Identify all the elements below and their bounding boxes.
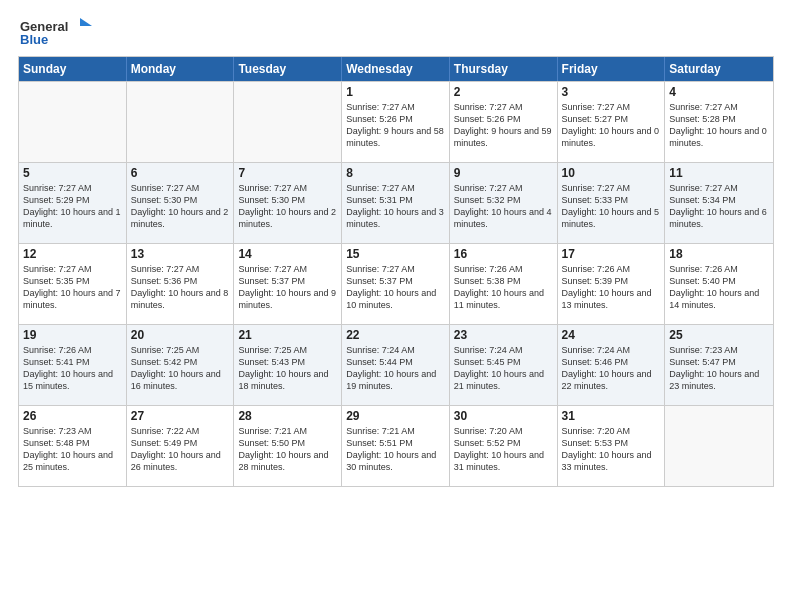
calendar-day-9: 9Sunrise: 7:27 AM Sunset: 5:32 PM Daylig… [450, 163, 558, 243]
calendar-week-3: 12Sunrise: 7:27 AM Sunset: 5:35 PM Dayli… [19, 243, 773, 324]
date-number: 17 [562, 247, 661, 261]
day-info: Sunrise: 7:21 AM Sunset: 5:51 PM Dayligh… [346, 425, 445, 474]
day-info: Sunrise: 7:27 AM Sunset: 5:37 PM Dayligh… [238, 263, 337, 312]
calendar-day-14: 14Sunrise: 7:27 AM Sunset: 5:37 PM Dayli… [234, 244, 342, 324]
day-info: Sunrise: 7:26 AM Sunset: 5:40 PM Dayligh… [669, 263, 769, 312]
day-info: Sunrise: 7:23 AM Sunset: 5:48 PM Dayligh… [23, 425, 122, 474]
calendar-day-26: 26Sunrise: 7:23 AM Sunset: 5:48 PM Dayli… [19, 406, 127, 486]
day-info: Sunrise: 7:27 AM Sunset: 5:37 PM Dayligh… [346, 263, 445, 312]
day-info: Sunrise: 7:27 AM Sunset: 5:30 PM Dayligh… [131, 182, 230, 231]
date-number: 7 [238, 166, 337, 180]
date-number: 26 [23, 409, 122, 423]
calendar-day-18: 18Sunrise: 7:26 AM Sunset: 5:40 PM Dayli… [665, 244, 773, 324]
calendar-day-13: 13Sunrise: 7:27 AM Sunset: 5:36 PM Dayli… [127, 244, 235, 324]
day-info: Sunrise: 7:27 AM Sunset: 5:26 PM Dayligh… [454, 101, 553, 150]
calendar-day-27: 27Sunrise: 7:22 AM Sunset: 5:49 PM Dayli… [127, 406, 235, 486]
date-number: 5 [23, 166, 122, 180]
date-number: 3 [562, 85, 661, 99]
calendar-empty-cell [234, 82, 342, 162]
day-header-tuesday: Tuesday [234, 57, 342, 81]
date-number: 31 [562, 409, 661, 423]
calendar-day-4: 4Sunrise: 7:27 AM Sunset: 5:28 PM Daylig… [665, 82, 773, 162]
day-header-thursday: Thursday [450, 57, 558, 81]
calendar-day-22: 22Sunrise: 7:24 AM Sunset: 5:44 PM Dayli… [342, 325, 450, 405]
calendar-week-4: 19Sunrise: 7:26 AM Sunset: 5:41 PM Dayli… [19, 324, 773, 405]
date-number: 28 [238, 409, 337, 423]
date-number: 11 [669, 166, 769, 180]
date-number: 18 [669, 247, 769, 261]
calendar-empty-cell [127, 82, 235, 162]
date-number: 2 [454, 85, 553, 99]
calendar-day-31: 31Sunrise: 7:20 AM Sunset: 5:53 PM Dayli… [558, 406, 666, 486]
day-info: Sunrise: 7:24 AM Sunset: 5:46 PM Dayligh… [562, 344, 661, 393]
day-info: Sunrise: 7:20 AM Sunset: 5:52 PM Dayligh… [454, 425, 553, 474]
day-info: Sunrise: 7:27 AM Sunset: 5:36 PM Dayligh… [131, 263, 230, 312]
date-number: 29 [346, 409, 445, 423]
calendar-week-5: 26Sunrise: 7:23 AM Sunset: 5:48 PM Dayli… [19, 405, 773, 486]
date-number: 22 [346, 328, 445, 342]
day-info: Sunrise: 7:27 AM Sunset: 5:35 PM Dayligh… [23, 263, 122, 312]
date-number: 1 [346, 85, 445, 99]
day-info: Sunrise: 7:24 AM Sunset: 5:45 PM Dayligh… [454, 344, 553, 393]
page-header: General Blue [10, 10, 782, 52]
date-number: 30 [454, 409, 553, 423]
calendar-day-21: 21Sunrise: 7:25 AM Sunset: 5:43 PM Dayli… [234, 325, 342, 405]
date-number: 19 [23, 328, 122, 342]
day-info: Sunrise: 7:26 AM Sunset: 5:38 PM Dayligh… [454, 263, 553, 312]
calendar-day-24: 24Sunrise: 7:24 AM Sunset: 5:46 PM Dayli… [558, 325, 666, 405]
date-number: 21 [238, 328, 337, 342]
calendar-day-30: 30Sunrise: 7:20 AM Sunset: 5:52 PM Dayli… [450, 406, 558, 486]
date-number: 6 [131, 166, 230, 180]
date-number: 4 [669, 85, 769, 99]
logo-icon: General Blue [20, 18, 95, 48]
day-info: Sunrise: 7:27 AM Sunset: 5:27 PM Dayligh… [562, 101, 661, 150]
day-info: Sunrise: 7:27 AM Sunset: 5:30 PM Dayligh… [238, 182, 337, 231]
calendar-day-10: 10Sunrise: 7:27 AM Sunset: 5:33 PM Dayli… [558, 163, 666, 243]
date-number: 16 [454, 247, 553, 261]
calendar-day-11: 11Sunrise: 7:27 AM Sunset: 5:34 PM Dayli… [665, 163, 773, 243]
day-info: Sunrise: 7:26 AM Sunset: 5:39 PM Dayligh… [562, 263, 661, 312]
day-info: Sunrise: 7:25 AM Sunset: 5:42 PM Dayligh… [131, 344, 230, 393]
date-number: 9 [454, 166, 553, 180]
calendar-week-1: 1Sunrise: 7:27 AM Sunset: 5:26 PM Daylig… [19, 81, 773, 162]
day-header-monday: Monday [127, 57, 235, 81]
calendar-empty-cell [665, 406, 773, 486]
day-info: Sunrise: 7:27 AM Sunset: 5:34 PM Dayligh… [669, 182, 769, 231]
date-number: 27 [131, 409, 230, 423]
day-info: Sunrise: 7:25 AM Sunset: 5:43 PM Dayligh… [238, 344, 337, 393]
calendar-header: SundayMondayTuesdayWednesdayThursdayFrid… [19, 57, 773, 81]
day-info: Sunrise: 7:27 AM Sunset: 5:32 PM Dayligh… [454, 182, 553, 231]
date-number: 25 [669, 328, 769, 342]
day-header-friday: Friday [558, 57, 666, 81]
calendar-day-15: 15Sunrise: 7:27 AM Sunset: 5:37 PM Dayli… [342, 244, 450, 324]
date-number: 20 [131, 328, 230, 342]
calendar-day-5: 5Sunrise: 7:27 AM Sunset: 5:29 PM Daylig… [19, 163, 127, 243]
day-header-wednesday: Wednesday [342, 57, 450, 81]
date-number: 15 [346, 247, 445, 261]
calendar-day-6: 6Sunrise: 7:27 AM Sunset: 5:30 PM Daylig… [127, 163, 235, 243]
calendar-day-17: 17Sunrise: 7:26 AM Sunset: 5:39 PM Dayli… [558, 244, 666, 324]
day-info: Sunrise: 7:27 AM Sunset: 5:26 PM Dayligh… [346, 101, 445, 150]
day-info: Sunrise: 7:20 AM Sunset: 5:53 PM Dayligh… [562, 425, 661, 474]
date-number: 23 [454, 328, 553, 342]
day-header-saturday: Saturday [665, 57, 773, 81]
calendar-day-3: 3Sunrise: 7:27 AM Sunset: 5:27 PM Daylig… [558, 82, 666, 162]
calendar-day-2: 2Sunrise: 7:27 AM Sunset: 5:26 PM Daylig… [450, 82, 558, 162]
day-info: Sunrise: 7:22 AM Sunset: 5:49 PM Dayligh… [131, 425, 230, 474]
day-info: Sunrise: 7:21 AM Sunset: 5:50 PM Dayligh… [238, 425, 337, 474]
calendar-day-23: 23Sunrise: 7:24 AM Sunset: 5:45 PM Dayli… [450, 325, 558, 405]
calendar-day-29: 29Sunrise: 7:21 AM Sunset: 5:51 PM Dayli… [342, 406, 450, 486]
date-number: 24 [562, 328, 661, 342]
date-number: 10 [562, 166, 661, 180]
calendar-day-7: 7Sunrise: 7:27 AM Sunset: 5:30 PM Daylig… [234, 163, 342, 243]
day-info: Sunrise: 7:27 AM Sunset: 5:31 PM Dayligh… [346, 182, 445, 231]
date-number: 14 [238, 247, 337, 261]
date-number: 8 [346, 166, 445, 180]
date-number: 13 [131, 247, 230, 261]
calendar-day-20: 20Sunrise: 7:25 AM Sunset: 5:42 PM Dayli… [127, 325, 235, 405]
calendar-day-28: 28Sunrise: 7:21 AM Sunset: 5:50 PM Dayli… [234, 406, 342, 486]
date-number: 12 [23, 247, 122, 261]
calendar-day-12: 12Sunrise: 7:27 AM Sunset: 5:35 PM Dayli… [19, 244, 127, 324]
day-info: Sunrise: 7:27 AM Sunset: 5:28 PM Dayligh… [669, 101, 769, 150]
calendar-day-1: 1Sunrise: 7:27 AM Sunset: 5:26 PM Daylig… [342, 82, 450, 162]
